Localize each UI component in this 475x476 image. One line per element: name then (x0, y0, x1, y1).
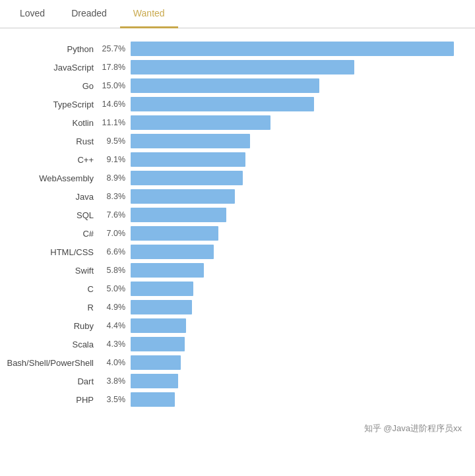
bar-track (131, 97, 462, 111)
bar-pct-label: 8.3% (99, 192, 131, 201)
bar-row: Swift5.8% (7, 263, 462, 278)
bar-fill (131, 171, 243, 185)
bar-fill (131, 115, 270, 130)
bar-row: C++9.1% (7, 152, 462, 167)
bar-track (131, 189, 462, 204)
bar-pct-label: 4.3% (99, 340, 131, 349)
bar-track (131, 226, 462, 241)
bar-language-label: R (7, 303, 99, 312)
bar-track (131, 374, 462, 388)
bar-language-label: JavaScript (7, 63, 99, 73)
bar-row: TypeScript14.6% (7, 97, 462, 111)
bar-pct-label: 5.8% (99, 266, 131, 275)
bar-language-label: Python (7, 44, 99, 54)
tab-loved[interactable]: Loved (7, 0, 58, 28)
bar-row: Go15.0% (7, 78, 462, 93)
bar-row: Ruby4.4% (7, 318, 462, 333)
bar-pct-label: 9.1% (99, 155, 131, 164)
bar-fill (131, 263, 204, 278)
bar-row: WebAssembly8.9% (7, 171, 462, 185)
bar-fill (131, 318, 186, 333)
bar-pct-label: 15.0% (99, 81, 131, 90)
bar-row: Scala4.3% (7, 337, 462, 351)
bar-language-label: Scala (7, 340, 99, 349)
bar-track (131, 318, 462, 333)
bar-track (131, 134, 462, 148)
tab-dreaded[interactable]: Dreaded (58, 0, 120, 28)
bar-track (131, 355, 462, 370)
tabs-container: Loved Dreaded Wanted (0, 0, 475, 28)
bar-fill (131, 42, 454, 56)
bar-track (131, 115, 462, 130)
bar-pct-label: 7.0% (99, 229, 131, 238)
bar-fill (131, 282, 193, 296)
bar-track (131, 208, 462, 222)
watermark: 知乎 @Java进阶程序员xx (0, 417, 475, 437)
bar-track (131, 152, 462, 167)
chart-container: Python25.7%JavaScript17.8%Go15.0%TypeScr… (0, 35, 475, 417)
bar-row: Python25.7% (7, 42, 462, 56)
bar-fill (131, 245, 214, 259)
bar-fill (131, 78, 319, 93)
bar-row: Dart3.8% (7, 374, 462, 388)
bar-track (131, 282, 462, 296)
bar-pct-label: 17.8% (99, 63, 131, 72)
bar-pct-label: 8.9% (99, 173, 131, 183)
bar-pct-label: 14.6% (99, 100, 131, 109)
bar-fill (131, 60, 354, 74)
bar-pct-label: 4.9% (99, 303, 131, 312)
bar-fill (131, 355, 181, 370)
bar-pct-label: 6.6% (99, 247, 131, 256)
bar-language-label: Java (7, 192, 99, 202)
bar-track (131, 300, 462, 314)
bar-language-label: SQL (7, 210, 99, 220)
bar-track (131, 337, 462, 351)
bar-row: Bash/Shell/PowerShell4.0% (7, 355, 462, 370)
bar-track (131, 78, 462, 93)
bar-row: SQL7.6% (7, 208, 462, 222)
bar-fill (131, 337, 185, 351)
bar-pct-label: 4.4% (99, 321, 131, 330)
bar-row: Kotlin11.1% (7, 115, 462, 130)
bar-language-label: WebAssembly (7, 173, 99, 183)
bar-track (131, 263, 462, 278)
bar-fill (131, 134, 250, 148)
bar-language-label: Dart (7, 376, 99, 386)
bar-row: R4.9% (7, 300, 462, 314)
bar-track (131, 42, 462, 56)
bar-pct-label: 3.8% (99, 376, 131, 386)
bar-pct-label: 3.5% (99, 395, 131, 404)
bar-track (131, 171, 462, 185)
bar-language-label: HTML/CSS (7, 247, 99, 257)
bar-fill (131, 97, 314, 111)
bar-row: HTML/CSS6.6% (7, 245, 462, 259)
bar-language-label: Go (7, 81, 99, 91)
bar-track (131, 392, 462, 407)
bar-pct-label: 11.1% (99, 118, 131, 127)
bar-row: C#7.0% (7, 226, 462, 241)
bar-language-label: Kotlin (7, 118, 99, 128)
bar-pct-label: 7.6% (99, 210, 131, 220)
bar-language-label: Ruby (7, 321, 99, 331)
bar-language-label: PHP (7, 395, 99, 405)
bar-row: Java8.3% (7, 189, 462, 204)
tab-wanted[interactable]: Wanted (120, 0, 178, 28)
bar-row: C5.0% (7, 282, 462, 296)
bar-fill (131, 189, 235, 204)
bar-track (131, 60, 462, 74)
bar-language-label: C++ (7, 155, 99, 165)
bar-pct-label: 4.0% (99, 358, 131, 367)
bar-language-label: Rust (7, 136, 99, 146)
bar-fill (131, 300, 192, 314)
bar-language-label: C# (7, 229, 99, 239)
bar-language-label: C (7, 284, 99, 294)
bar-fill (131, 226, 218, 241)
bar-language-label: Swift (7, 266, 99, 276)
bar-row: Rust9.5% (7, 134, 462, 148)
bar-fill (131, 392, 175, 407)
bar-language-label: Bash/Shell/PowerShell (7, 358, 99, 368)
bar-fill (131, 152, 245, 167)
bar-pct-label: 5.0% (99, 284, 131, 293)
bar-language-label: TypeScript (7, 100, 99, 109)
bar-row: PHP3.5% (7, 392, 462, 407)
